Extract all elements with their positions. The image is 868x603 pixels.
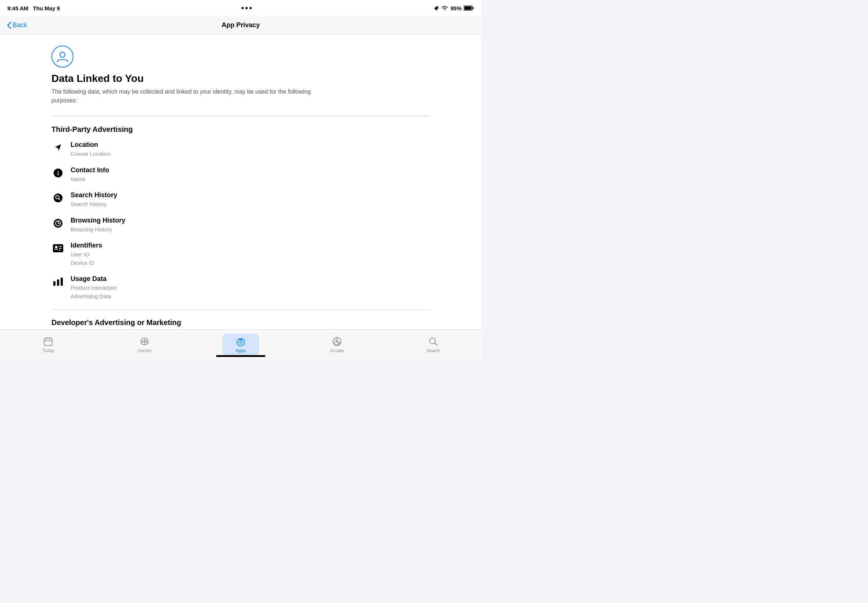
location-label: Location <box>71 141 111 149</box>
navigation-bar: Back App Privacy <box>0 16 481 34</box>
battery-percent: 95% <box>451 5 462 11</box>
status-bar: 9:45 AM Thu May 9 95% <box>0 0 481 16</box>
section-title-third-party: Third-Party Advertising <box>51 125 430 134</box>
svg-point-2 <box>60 52 65 57</box>
list-item: Search History Search History <box>51 191 430 209</box>
usage-data-icon <box>51 275 65 288</box>
tab-today-label: Today <box>42 348 54 353</box>
usage-data-label: Usage Data <box>71 275 117 283</box>
location-status-icon <box>434 6 439 11</box>
person-icon <box>51 46 73 68</box>
svg-rect-12 <box>59 246 62 247</box>
search-history-icon <box>51 191 65 204</box>
location-icon <box>51 141 65 154</box>
arcade-icon <box>332 336 342 347</box>
svg-rect-11 <box>54 249 58 250</box>
svg-rect-16 <box>57 280 59 286</box>
games-icon <box>139 336 150 347</box>
tab-games-label: Games <box>138 348 152 353</box>
tab-apps[interactable]: Apps <box>222 334 259 356</box>
tab-arcade-label: Arcade <box>330 348 344 353</box>
identifiers-label: Identifiers <box>71 242 102 249</box>
tab-today[interactable]: Today <box>30 334 67 356</box>
list-item: Identifiers User IDDevice ID <box>51 242 430 267</box>
back-button[interactable]: Back <box>7 21 27 29</box>
usage-data-sublabel: Product InteractionAdvertising Data <box>71 284 117 300</box>
svg-rect-13 <box>59 248 62 249</box>
status-indicators: 95% <box>434 5 474 11</box>
svg-rect-20 <box>46 337 47 339</box>
browsing-history-sublabel: Browsing History <box>71 226 125 234</box>
page-title: App Privacy <box>222 21 260 29</box>
tab-search[interactable]: Search <box>415 334 452 356</box>
svg-rect-15 <box>53 281 56 286</box>
location-sublabel: Coarse Location <box>71 150 111 158</box>
privacy-description: The following data, which may be collect… <box>51 87 323 105</box>
contact-info-sublabel: Name <box>71 175 109 184</box>
info-circle-icon: i <box>51 166 65 179</box>
identifiers-sublabel: User IDDevice ID <box>71 250 102 267</box>
svg-rect-17 <box>60 278 63 286</box>
list-item: Usage Data Product InteractionAdvertisin… <box>51 275 430 300</box>
list-item: Browsing History Browsing History <box>51 216 430 234</box>
tab-apps-label: Apps <box>236 348 245 353</box>
apps-icon <box>236 336 246 347</box>
search-history-label: Search History <box>71 191 117 199</box>
browsing-history-label: Browsing History <box>71 216 125 224</box>
section-title-developer: Developer's Advertising or Marketing <box>51 319 430 327</box>
list-item: Location Coarse Location <box>51 141 430 158</box>
divider-2 <box>51 309 430 309</box>
identifiers-icon <box>51 242 65 255</box>
calendar-icon <box>43 336 53 347</box>
divider-1 <box>51 116 430 116</box>
status-time-date: 9:45 AM Thu May 9 <box>7 5 60 11</box>
privacy-header: Data Linked to You The following data, w… <box>51 46 430 105</box>
status-dots <box>242 7 252 9</box>
battery-icon <box>464 6 474 11</box>
tab-arcade[interactable]: Arcade <box>319 334 355 356</box>
wifi-icon <box>441 6 448 11</box>
svg-point-5 <box>54 193 62 203</box>
svg-point-10 <box>55 246 58 249</box>
svg-rect-22 <box>44 340 52 341</box>
privacy-title: Data Linked to You <box>51 73 144 85</box>
section-developer-advertising: Developer's Advertising or Marketing Pur… <box>51 319 430 329</box>
home-indicator <box>216 355 265 357</box>
svg-text:i: i <box>57 170 59 176</box>
contact-info-label: Contact Info <box>71 166 109 174</box>
svg-rect-1 <box>465 6 472 10</box>
chevron-left-icon <box>7 22 11 29</box>
list-item: i Contact Info Name <box>51 166 430 184</box>
section-third-party: Third-Party Advertising Location Coarse … <box>51 125 430 300</box>
tab-games[interactable]: Games <box>126 334 163 356</box>
search-tab-icon <box>428 336 439 347</box>
tab-search-label: Search <box>426 348 440 353</box>
main-content: Data Linked to You The following data, w… <box>0 34 481 329</box>
svg-rect-14 <box>59 250 60 250</box>
svg-rect-19 <box>44 338 52 346</box>
svg-rect-21 <box>49 337 50 339</box>
browsing-history-icon <box>51 216 65 230</box>
search-history-sublabel: Search History <box>71 200 117 209</box>
